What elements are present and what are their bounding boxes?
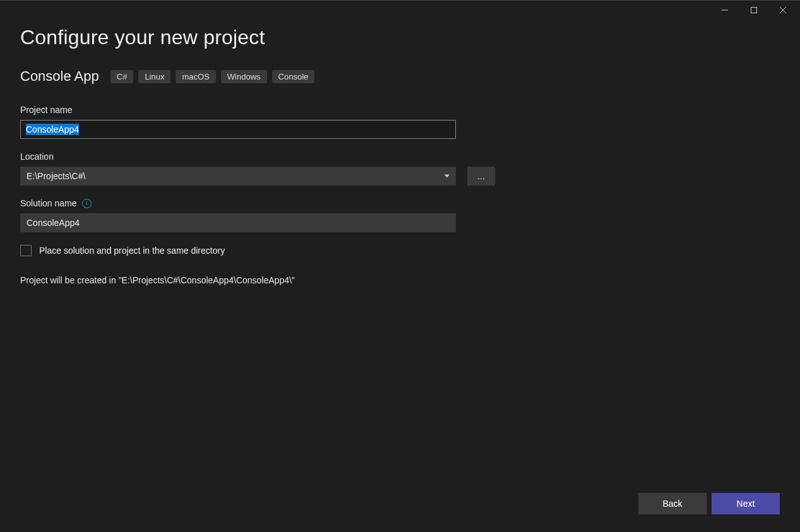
location-value: E:\Projects\C#\ [27,171,85,181]
location-label: Location [20,151,780,162]
creation-path-note: Project will be created in "E:\Projects\… [20,275,780,285]
info-icon[interactable]: i [82,199,92,208]
project-name-value: ConsoleApp4 [26,124,79,135]
project-name-label: Project name [20,105,780,115]
same-directory-label: Place solution and project in the same d… [39,245,225,256]
location-combobox[interactable]: E:\Projects\C#\ [20,167,456,186]
minimize-icon [722,7,728,13]
solution-name-group: Solution name i [20,198,780,232]
page-title: Configure your new project [20,26,780,49]
tag-macos: macOS [176,70,215,83]
minimize-button[interactable] [710,1,739,20]
same-directory-row: Place solution and project in the same d… [20,245,780,256]
browse-button[interactable]: ... [467,167,495,186]
maximize-button[interactable] [739,1,768,20]
window-titlebar [0,1,800,20]
same-directory-checkbox[interactable] [20,245,32,256]
dialog-content: Configure your new project Console App C… [0,20,800,532]
solution-name-input[interactable] [20,213,456,232]
solution-name-label-text: Solution name [20,198,77,208]
location-group: Location E:\Projects\C#\ ... [20,151,780,186]
solution-name-label: Solution name i [20,198,780,208]
svg-rect-1 [751,8,757,13]
tag-linux: Linux [138,70,170,83]
dialog-window: Configure your new project Console App C… [0,0,800,532]
back-button[interactable]: Back [638,493,707,514]
close-icon [780,7,786,13]
maximize-icon [751,7,757,13]
tag-list: C# Linux macOS Windows Console [110,70,315,83]
tag-windows: Windows [221,70,267,83]
project-name-group: Project name ConsoleApp4 [20,105,780,139]
tag-csharp: C# [110,70,134,83]
dialog-footer: Back Next [638,493,780,514]
project-name-input[interactable]: ConsoleApp4 [20,120,456,139]
chevron-down-icon [445,175,450,178]
template-name: Console App [20,68,99,85]
tag-console: Console [272,70,315,83]
subheader-row: Console App C# Linux macOS Windows Conso… [20,68,780,85]
next-button[interactable]: Next [712,493,780,514]
close-button[interactable] [768,1,797,20]
